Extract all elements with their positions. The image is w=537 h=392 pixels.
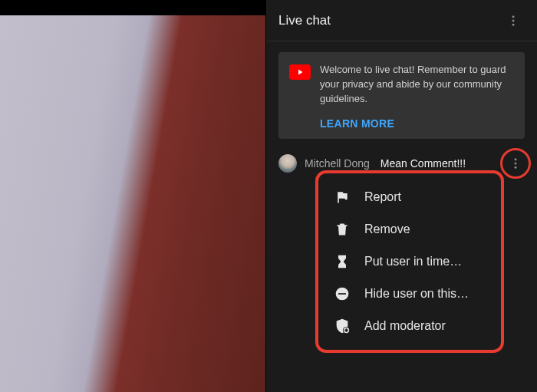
chat-message: Mitchell Dong Mean Comment!!! — [266, 143, 537, 183]
video-frame — [0, 15, 265, 392]
svg-rect-7 — [338, 293, 346, 295]
menu-item-label: Put user in time… — [364, 255, 462, 268]
svg-point-5 — [515, 166, 517, 168]
menu-item-label: Hide user on this… — [364, 287, 469, 301]
live-chat-panel: Live chat Welcome to live chat! Remember… — [265, 0, 537, 392]
svg-rect-11 — [344, 330, 348, 331]
message-text: Mean Comment!!! — [381, 157, 466, 170]
more-vert-icon — [506, 14, 520, 28]
learn-more-link[interactable]: LEARN MORE — [320, 117, 514, 130]
welcome-banner: Welcome to live chat! Remember to guard … — [278, 52, 525, 139]
svg-point-0 — [512, 15, 515, 18]
message-context-menu-highlight: Report Remove Put user in time… Hide use… — [315, 170, 504, 353]
menu-item-label: Report — [364, 190, 401, 204]
menu-item-label: Add moderator — [364, 319, 446, 333]
menu-item-report[interactable]: Report — [318, 181, 501, 213]
video-player[interactable] — [0, 0, 265, 392]
menu-item-label: Remove — [364, 222, 410, 236]
message-options-button[interactable] — [506, 153, 525, 173]
trash-icon — [334, 221, 351, 238]
chat-options-button[interactable] — [502, 9, 525, 32]
svg-point-4 — [515, 162, 517, 164]
hourglass-icon — [334, 253, 351, 270]
message-author: Mitchell Dong — [305, 157, 370, 170]
menu-item-hide-user[interactable]: Hide user on this… — [318, 278, 501, 310]
svg-point-2 — [512, 23, 515, 25]
avatar — [278, 154, 297, 173]
chat-header: Live chat — [266, 0, 537, 41]
shield-add-icon — [334, 318, 351, 334]
welcome-body: Welcome to live chat! Remember to guard … — [320, 63, 514, 130]
svg-point-1 — [512, 19, 515, 21]
message-context-menu: Report Remove Put user in time… Hide use… — [318, 181, 501, 342]
menu-item-add-moderator[interactable]: Add moderator — [318, 310, 501, 342]
svg-point-3 — [515, 158, 517, 160]
menu-item-remove[interactable]: Remove — [318, 213, 501, 245]
youtube-icon — [289, 64, 311, 80]
chat-title: Live chat — [278, 13, 502, 28]
block-icon — [334, 285, 351, 302]
flag-icon — [334, 189, 351, 206]
welcome-text: Welcome to live chat! Remember to guard … — [320, 63, 514, 107]
more-vert-icon — [509, 156, 522, 170]
menu-item-timeout[interactable]: Put user in time… — [318, 245, 501, 278]
message-menu-wrap — [503, 151, 528, 176]
